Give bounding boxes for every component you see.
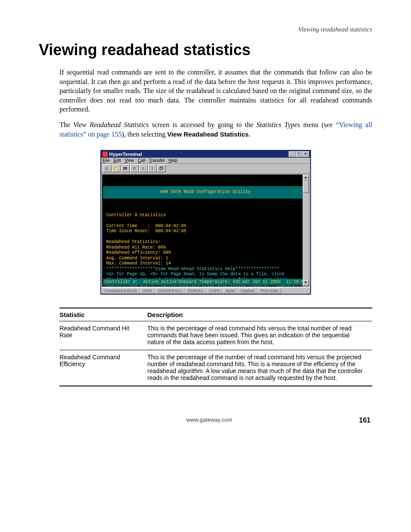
status-scroll: SCROLL bbox=[185, 288, 206, 294]
help-sep-top: *******************View Read-Ahead Stati… bbox=[106, 267, 280, 271]
terminal-banner: 840 SATA RAID Configuration Utility bbox=[103, 186, 308, 199]
scroll-down-icon[interactable]: ▼ bbox=[303, 280, 309, 286]
paragraph-2: The View Readahead Statistics screen is … bbox=[59, 120, 372, 139]
menu-transfer[interactable]: Transfer bbox=[149, 158, 165, 163]
screen-name: View Readahead Statistics bbox=[73, 121, 149, 128]
status-emulation: ANSI bbox=[140, 288, 155, 294]
line-hit-rate: Readahead Hit Rate: 98% bbox=[106, 245, 166, 250]
status-caps: CAPS bbox=[206, 288, 223, 294]
window-title: HyperTerminal bbox=[109, 152, 142, 157]
connect-icon[interactable]: ☎ bbox=[121, 165, 130, 172]
minimize-button[interactable]: _ bbox=[289, 151, 296, 157]
new-icon[interactable]: 🗋 bbox=[103, 165, 112, 172]
table-row: Readahead Command Efficiency This is the… bbox=[59, 350, 372, 386]
window-buttons: _ □ × bbox=[289, 151, 309, 157]
menu-view[interactable]: View bbox=[125, 158, 134, 163]
status-num: NUM bbox=[223, 288, 238, 294]
menu-help[interactable]: Help bbox=[168, 158, 177, 163]
page: Viewing readahead statistics Viewing rea… bbox=[0, 0, 411, 450]
receive-icon[interactable]: ⇧ bbox=[148, 165, 157, 172]
text: menu (see bbox=[300, 121, 336, 128]
menu-file[interactable]: File bbox=[103, 158, 110, 163]
table-row: Readahead Command Hit Rate This is the p… bbox=[59, 321, 372, 350]
controller-status: Controller 0: Active Active bbox=[105, 280, 177, 285]
line-max-interval: Max. Command Interval: 14 bbox=[106, 261, 171, 266]
menu-edit[interactable]: Edit bbox=[113, 158, 121, 163]
terminal: 840 SATA RAID Configuration Utility Cont… bbox=[102, 174, 309, 286]
terminal-body: Controller 0 Statistics Current Time : 0… bbox=[102, 213, 309, 287]
page-footer: www.gateway.com 161 bbox=[39, 417, 372, 424]
scroll-thumb[interactable] bbox=[303, 181, 309, 193]
status-port: 115200 8-N-1 bbox=[155, 288, 185, 294]
properties-icon[interactable]: 🗐 bbox=[157, 165, 166, 172]
app-icon bbox=[102, 151, 108, 157]
footer-url: www.gateway.com bbox=[59, 417, 359, 424]
vertical-scrollbar[interactable]: ▲ ▼ bbox=[302, 174, 309, 286]
maximize-button[interactable]: □ bbox=[296, 151, 302, 157]
status-bar: Connected 8:02:49 ANSI 115200 8-N-1 SCRO… bbox=[101, 287, 310, 294]
text: ), then selecting bbox=[121, 131, 167, 138]
help-line-1: <U> for Page Up, <D> for Page Down, to D… bbox=[106, 272, 285, 277]
temperature-status: Onboard Temperature: 43C bbox=[178, 280, 240, 285]
running-head: Viewing readahead statistics bbox=[39, 26, 372, 33]
text: . bbox=[249, 131, 250, 138]
cell-statistic: Readahead Command Efficiency bbox=[59, 350, 147, 386]
paragraph-1: If sequential read commands are sent to … bbox=[59, 68, 372, 114]
disconnect-icon[interactable]: ✆ bbox=[130, 165, 139, 172]
body-text: If sequential read commands are sent to … bbox=[59, 68, 372, 139]
line-current-time: Current Time : 000:04:02:05 bbox=[106, 224, 187, 228]
terminal-area: 840 SATA RAID Configuration Utility Cont… bbox=[101, 174, 310, 287]
col-header-description: Description bbox=[147, 308, 372, 321]
open-icon[interactable]: 📂 bbox=[112, 165, 121, 172]
cell-statistic: Readahead Command Hit Rate bbox=[59, 321, 147, 350]
col-header-statistic: Statistic bbox=[59, 308, 147, 321]
window-titlebar: HyperTerminal _ □ × bbox=[101, 151, 310, 158]
line-controller-header: Controller 0 Statistics bbox=[106, 213, 166, 218]
hyperterminal-window: HyperTerminal _ □ × File Edit View Call … bbox=[100, 150, 311, 295]
text: screen is accessed by going to the bbox=[149, 121, 256, 128]
cell-description: This is the percentage of the number of … bbox=[147, 350, 372, 386]
status-capture: Capture bbox=[238, 288, 258, 294]
terminal-status-line: Controller 0: Active Active Onboard Temp… bbox=[103, 279, 308, 286]
status-connected: Connected 8:02:49 bbox=[101, 288, 140, 294]
page-number: 161 bbox=[359, 417, 371, 424]
toolbar: 🗋 📂 ☎ ✆ ⇩ ⇧ 🗐 bbox=[101, 164, 310, 174]
send-icon[interactable]: ⇩ bbox=[139, 165, 148, 172]
menu-item-bold: View Readahead Statistics bbox=[167, 131, 249, 138]
cell-description: This is the percentage of read command h… bbox=[147, 321, 372, 350]
statistics-table: Statistic Description Readahead Command … bbox=[59, 308, 372, 386]
status-printecho: Print echo bbox=[258, 288, 281, 294]
text: The bbox=[59, 121, 73, 128]
menu-bar: File Edit View Call Transfer Help bbox=[101, 158, 310, 164]
menu-call[interactable]: Call bbox=[138, 158, 145, 163]
line-readahead-stats: Readahead Statistics: bbox=[106, 240, 161, 244]
page-title: Viewing readahead statistics bbox=[39, 41, 372, 59]
menu-name: Statistics Types bbox=[256, 121, 300, 128]
scroll-up-icon[interactable]: ▲ bbox=[303, 175, 309, 181]
line-avg-interval: Avg. Command Interval: 1 bbox=[106, 256, 168, 261]
line-time-since-reset: Time Since Reset: 000:04:02:05 bbox=[106, 229, 187, 233]
line-efficiency: Readahead efficiency: 99% bbox=[106, 250, 171, 255]
close-button[interactable]: × bbox=[302, 151, 309, 157]
datetime-status: Sat Jan 11 2003 11:26:53 bbox=[242, 280, 306, 285]
